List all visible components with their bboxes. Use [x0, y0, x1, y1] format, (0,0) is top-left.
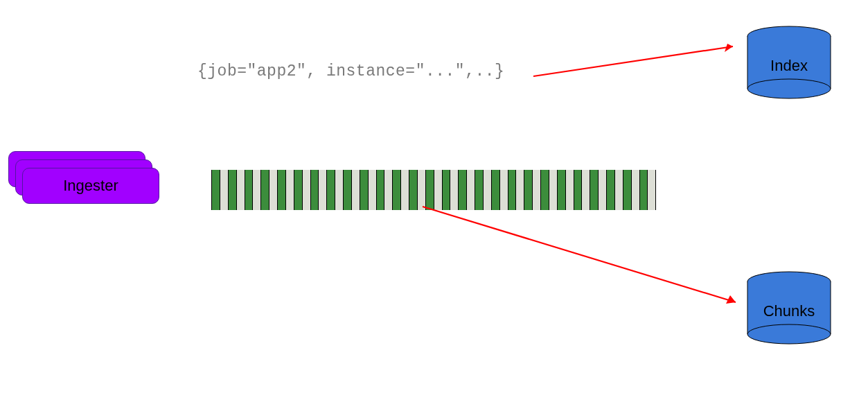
chunk-stripe	[285, 170, 294, 210]
chunk-stripe	[458, 170, 466, 210]
chunk-stripe	[269, 170, 277, 210]
chunk-stripe	[540, 170, 549, 210]
chunk-stripe	[549, 170, 557, 210]
arrow-to-chunks	[423, 207, 755, 318]
chunk-stripe	[335, 170, 343, 210]
chunk-stripe	[524, 170, 532, 210]
chunk-stripe	[631, 170, 639, 210]
ingester-card-front: Ingester	[22, 168, 159, 204]
svg-point-9	[747, 324, 831, 344]
chunk-stripe	[483, 170, 491, 210]
chunk-stripe	[574, 170, 582, 210]
chunk-stripe	[326, 170, 335, 210]
chunk-stripe	[236, 170, 245, 210]
chunk-stripe	[252, 170, 260, 210]
chunk-stripe	[409, 170, 417, 210]
chunk-stripe	[565, 170, 574, 210]
db-chunks-label: Chunks	[745, 302, 833, 320]
chunk-stripe	[434, 170, 442, 210]
query-labelset: {job="app2", instance="...",..}	[197, 62, 504, 80]
chunk-stripe	[417, 170, 425, 210]
chunk-stripe	[245, 170, 253, 210]
chunk-stripe	[442, 170, 450, 210]
chunk-stripe	[466, 170, 475, 210]
chunk-stripe	[392, 170, 400, 210]
db-chunks: Chunks	[745, 270, 833, 345]
chunk-stripe	[491, 170, 499, 210]
chunk-stripe	[400, 170, 409, 210]
chunk-stripe	[598, 170, 606, 210]
db-index: Index	[745, 25, 833, 100]
chunk-stripe	[368, 170, 376, 210]
arrow-to-index	[533, 38, 755, 87]
chunk-stripe	[639, 170, 648, 210]
chunk-stripe	[220, 170, 228, 210]
diagram-canvas: Ingester {job="app2", instance="...",..}…	[0, 0, 868, 400]
chunk-stripe	[581, 170, 590, 210]
chunk-stripe	[532, 170, 540, 210]
chunk-stripe	[277, 170, 285, 210]
chunk-stripe	[384, 170, 392, 210]
chunk-stripe	[260, 170, 269, 210]
db-index-label: Index	[745, 57, 833, 75]
chunk-stripe	[318, 170, 326, 210]
chunk-stripe	[212, 170, 220, 210]
chunk-stripe	[294, 170, 302, 210]
chunk-stripe	[351, 170, 360, 210]
svg-point-4	[747, 79, 831, 98]
chunk-stripe	[606, 170, 614, 210]
chunk-stripe	[425, 170, 434, 210]
chunk-stripe	[475, 170, 483, 210]
chunk-stripe	[614, 170, 623, 210]
chunk-stripe	[302, 170, 310, 210]
chunk-stripe	[590, 170, 598, 210]
ingester-stack: Ingester	[8, 151, 154, 207]
chunk-stripe	[310, 170, 319, 210]
chunk-stripe	[376, 170, 384, 210]
chunk-stripe	[515, 170, 524, 210]
chunk-stripe	[499, 170, 508, 210]
chunk-stripe	[623, 170, 631, 210]
svg-line-12	[423, 207, 736, 302]
chunk-stripe	[450, 170, 458, 210]
chunk-stripe	[557, 170, 565, 210]
chunk-stripe	[647, 170, 655, 210]
chunk-stripe	[343, 170, 351, 210]
chunk-stripe	[228, 170, 236, 210]
chunk-stripe	[508, 170, 516, 210]
chunk-bar	[211, 170, 656, 210]
chunk-stripe	[360, 170, 368, 210]
ingester-label: Ingester	[63, 177, 118, 195]
svg-line-10	[533, 46, 733, 76]
